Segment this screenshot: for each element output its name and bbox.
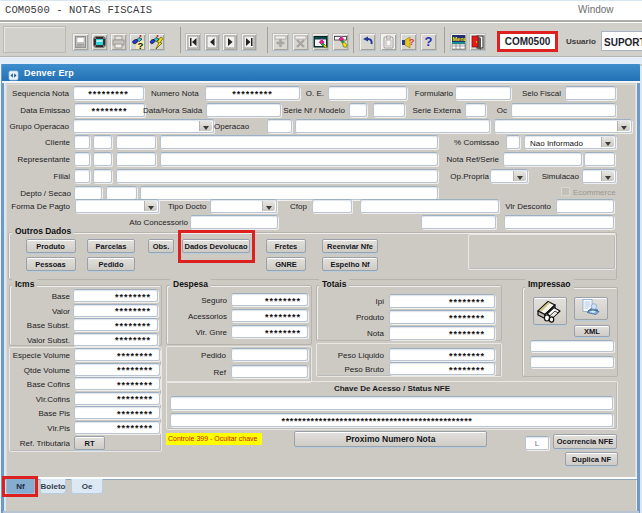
svg-text:Menu: Menu	[453, 36, 467, 42]
svg-text:?: ?	[409, 37, 415, 47]
svg-text:?: ?	[138, 40, 144, 51]
